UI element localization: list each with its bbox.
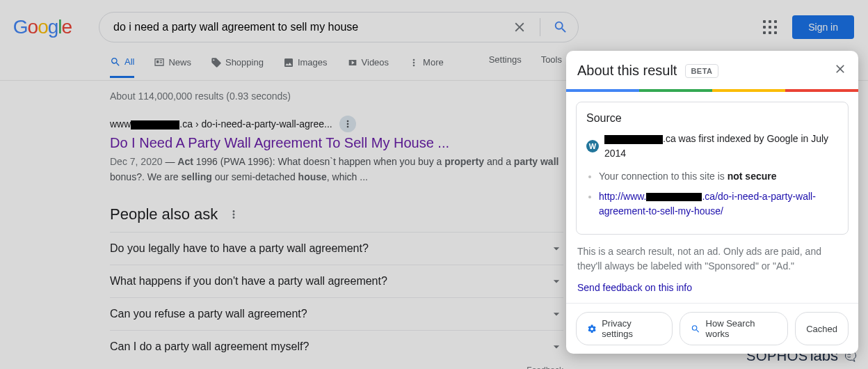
paa-item[interactable]: Can I do a party wall agreement myself? bbox=[110, 330, 563, 363]
clear-icon[interactable] bbox=[512, 19, 527, 35]
disclaimer-text: This is a search result, not an ad. Only… bbox=[577, 244, 847, 274]
result-title[interactable]: Do I Need A Party Wall Agreement To Sell… bbox=[110, 135, 563, 151]
search-result: www.ca › do-i-need-a-party-wall-agree...… bbox=[110, 116, 563, 184]
tab-all[interactable]: All bbox=[110, 56, 134, 78]
tab-images[interactable]: Images bbox=[283, 56, 328, 77]
cached-chip[interactable]: Cached bbox=[795, 312, 849, 345]
search-bar[interactable] bbox=[99, 12, 579, 42]
result-url[interactable]: www.ca › do-i-need-a-party-wall-agree... bbox=[110, 116, 563, 132]
paa-item[interactable]: Do you legally have to have a party wall… bbox=[110, 232, 563, 265]
signin-button[interactable]: Sign in bbox=[792, 15, 854, 39]
google-logo[interactable]: Google bbox=[10, 17, 74, 38]
settings-link[interactable]: Settings bbox=[489, 54, 522, 65]
beta-badge: BETA bbox=[685, 64, 718, 78]
result-menu-icon[interactable] bbox=[339, 116, 356, 132]
source-heading: Source bbox=[586, 112, 838, 125]
how-search-works-chip[interactable]: How Search works bbox=[680, 312, 788, 345]
panel-title: About this result bbox=[577, 63, 677, 79]
chevron-down-icon bbox=[549, 242, 563, 256]
search-icon bbox=[691, 324, 700, 334]
tools-link[interactable]: Tools bbox=[541, 54, 562, 65]
search-input[interactable] bbox=[113, 21, 512, 33]
security-note: Your connection to this site is not secu… bbox=[599, 169, 838, 184]
tab-shopping[interactable]: Shopping bbox=[211, 56, 264, 77]
source-card: Source W .ca was first indexed by Google… bbox=[576, 102, 849, 235]
chevron-down-icon bbox=[549, 307, 563, 321]
send-feedback-link[interactable]: Send feedback on this info bbox=[577, 282, 692, 293]
chevron-down-icon bbox=[549, 274, 563, 288]
search-icon[interactable] bbox=[553, 19, 568, 35]
paa-item[interactable]: What happens if you don't have a party w… bbox=[110, 265, 563, 297]
apps-grid-icon[interactable] bbox=[762, 19, 778, 36]
tab-more[interactable]: More bbox=[408, 56, 444, 77]
people-also-ask: People also ask Do you legally have to h… bbox=[110, 205, 563, 369]
chevron-down-icon bbox=[549, 340, 563, 354]
close-icon[interactable] bbox=[833, 62, 847, 79]
privacy-settings-chip[interactable]: Privacy settings bbox=[576, 312, 673, 345]
paa-item[interactable]: Can you refuse a party wall agreement? bbox=[110, 297, 563, 330]
result-snippet: Dec 7, 2020 — Act 1996 (PWA 1996): What … bbox=[110, 154, 563, 184]
gear-icon bbox=[587, 324, 597, 334]
header-bar: Google Sign in bbox=[0, 0, 868, 40]
about-result-panel: About this result BETA Source W .ca was … bbox=[566, 51, 858, 354]
result-stats: About 114,000,000 results (0.93 seconds) bbox=[110, 91, 563, 102]
source-url[interactable]: http://www..ca/do-i-need-a-party-wall-ag… bbox=[599, 189, 838, 219]
wordpress-icon: W bbox=[586, 140, 599, 152]
tab-videos[interactable]: Videos bbox=[347, 56, 389, 77]
paa-heading: People also ask bbox=[110, 205, 218, 223]
more-icon[interactable] bbox=[227, 208, 240, 221]
source-indexed-text: W .ca was first indexed by Google in Jul… bbox=[586, 132, 838, 161]
paa-feedback[interactable]: Feedback bbox=[110, 366, 563, 369]
tab-news[interactable]: News bbox=[154, 56, 191, 77]
